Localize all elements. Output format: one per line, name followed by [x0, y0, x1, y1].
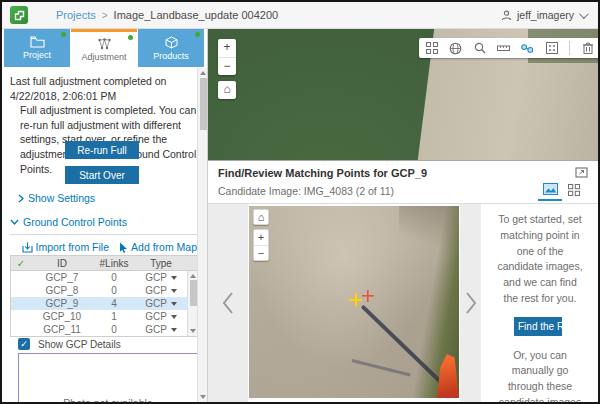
candidate-image-viewer: ⌂ + − To get started, set matching point…	[208, 204, 598, 402]
basemap-icon[interactable]	[449, 42, 462, 55]
home-extent-button[interactable]: ⌂	[218, 81, 236, 99]
dock-panel-icon[interactable]	[575, 166, 588, 178]
section-divider	[10, 234, 198, 235]
tab-label: Products	[153, 51, 189, 61]
type-dropdown-icon[interactable]	[171, 276, 177, 280]
show-gcp-details-checkbox[interactable]: ✓	[18, 338, 30, 350]
user-icon	[501, 10, 512, 21]
gcp-section-toggle[interactable]: Ground Control Points	[10, 216, 127, 228]
previous-image-button[interactable]	[208, 204, 248, 402]
user-name: jeff_imagery	[517, 9, 574, 21]
user-menu[interactable]: jeff_imagery	[501, 9, 586, 21]
candidate-image-label: Candidate Image: IMG_4083 (2 of 11)	[218, 185, 394, 197]
candidate-image[interactable]: ⌂ + −	[249, 206, 459, 398]
image-zoom-control: + −	[253, 229, 269, 261]
scrollbar-thumb[interactable]	[190, 280, 197, 306]
tab-products[interactable]: Products	[138, 29, 204, 67]
type-dropdown-icon[interactable]	[171, 302, 177, 306]
gcp-table: ✓ ID #Links Type GCP_70GCP GCP_80GCP GCP…	[10, 255, 198, 337]
map-toolbar	[419, 38, 598, 58]
find-review-title: Find/Review Matching Points for GCP_9	[218, 167, 427, 179]
type-dropdown-icon[interactable]	[171, 289, 177, 293]
grid-view-toggle[interactable]	[562, 179, 586, 201]
single-image-view-toggle[interactable]	[538, 179, 562, 201]
instruction-manual-text: Or, you can manually go through these ca…	[494, 348, 586, 404]
find-review-panel: Find/Review Matching Points for GCP_9 Ca…	[208, 160, 598, 402]
import-icon	[22, 242, 33, 253]
zoom-out-button[interactable]: −	[218, 57, 236, 75]
scroll-down-icon[interactable]	[190, 329, 196, 333]
status-dot-icon	[61, 32, 66, 37]
folder-icon	[30, 36, 45, 48]
chevron-down-icon	[579, 9, 589, 19]
breadcrumb-separator: >	[102, 10, 108, 21]
chevron-right-icon	[465, 291, 477, 315]
gcp-links-icon[interactable]	[521, 42, 534, 55]
gcp-row[interactable]: GCP_110GCP	[11, 323, 187, 336]
zoom-in-button[interactable]: +	[218, 39, 236, 57]
project-title: Image_Landbase_update 004200	[114, 9, 279, 21]
tab-label: Adjustment	[81, 52, 126, 62]
tab-project[interactable]: Project	[4, 29, 70, 67]
image-collection-icon[interactable]	[545, 42, 558, 55]
delete-icon[interactable]	[581, 42, 594, 55]
chevron-left-icon	[222, 291, 234, 315]
scrollbar-thumb[interactable]	[200, 78, 207, 130]
app-logo-icon	[10, 6, 28, 24]
status-dot-icon	[195, 32, 200, 37]
type-dropdown-icon[interactable]	[171, 328, 177, 332]
view-toggles	[538, 179, 586, 201]
app-window: Projects > Image_Landbase_update 004200 …	[0, 0, 600, 404]
import-from-file-link[interactable]: Import from File	[22, 241, 110, 253]
image-zoom-out-button[interactable]: −	[254, 245, 268, 260]
search-icon[interactable]	[473, 42, 486, 55]
image-zoom-in-button[interactable]: +	[254, 230, 268, 245]
chevron-right-icon	[18, 194, 24, 203]
show-settings-link[interactable]: Show Settings	[18, 192, 95, 204]
instruction-start-text: To get started, set matching point in on…	[496, 212, 584, 307]
panel-tabs: Project Adjustment Products	[4, 29, 205, 67]
gcp-row[interactable]: GCP_70GCP	[11, 271, 187, 284]
chevron-down-icon	[10, 219, 19, 225]
image-home-button[interactable]: ⌂	[254, 210, 268, 225]
start-over-button[interactable]: Start Over	[65, 166, 139, 184]
next-image-button[interactable]	[460, 204, 481, 402]
cursor-icon	[119, 242, 128, 253]
add-from-map-link[interactable]: Add from Map	[119, 241, 197, 253]
find-the-rest-button[interactable]: Find the Rest	[514, 317, 562, 336]
show-gcp-details-label: Show GCP Details	[38, 339, 121, 350]
image-pole-shadow-2	[352, 359, 411, 376]
type-dropdown-icon[interactable]	[171, 315, 177, 319]
gcp-table-header: ✓ ID #Links Type	[11, 256, 197, 271]
rerun-full-button[interactable]: Re-run Full	[65, 141, 139, 159]
adjustment-panel: Project Adjustment Products Last full ad…	[2, 29, 208, 402]
table-scrollbar[interactable]	[187, 271, 197, 336]
tab-label: Project	[23, 50, 51, 60]
gcp-photo-placeholder: Photo not available	[18, 353, 198, 404]
thumbnails-grid-icon[interactable]	[425, 42, 438, 55]
breadcrumb-projects-link[interactable]: Projects	[56, 9, 96, 21]
gcp-row-selected[interactable]: GCP_94GCP	[11, 297, 187, 310]
adjustment-icon	[97, 38, 112, 50]
matching-point-yellow-cross[interactable]	[349, 293, 362, 306]
cube-icon	[165, 36, 178, 49]
map-zoom-control: + −	[218, 39, 236, 75]
measure-icon[interactable]	[497, 42, 510, 55]
toolbar-separator	[569, 41, 570, 55]
matching-point-orange-cross[interactable]	[362, 290, 374, 302]
panel-scrollbar[interactable]	[197, 68, 207, 402]
scroll-up-icon[interactable]	[200, 71, 206, 75]
instructions-column: To get started, set matching point in on…	[482, 204, 594, 402]
gcp-row[interactable]: GCP_80GCP	[11, 284, 187, 297]
tab-adjustment[interactable]: Adjustment	[71, 29, 137, 67]
check-column-icon: ✓	[11, 256, 31, 270]
status-dot-icon	[128, 35, 133, 40]
adjustment-status-text: Last full adjustment completed on 4/22/2…	[10, 74, 200, 103]
gcp-row[interactable]: GCP_101GCP	[11, 310, 187, 323]
top-bar: Projects > Image_Landbase_update 004200 …	[2, 2, 598, 29]
scroll-up-icon[interactable]	[190, 274, 196, 278]
scroll-down-icon[interactable]	[200, 395, 206, 399]
